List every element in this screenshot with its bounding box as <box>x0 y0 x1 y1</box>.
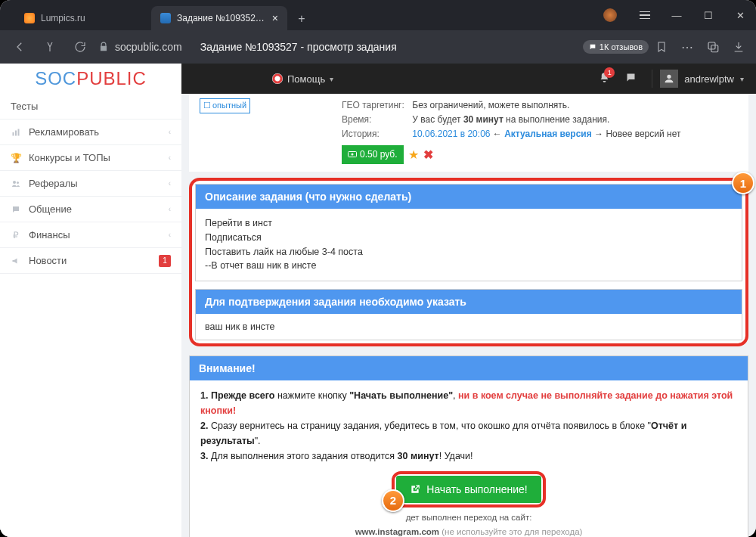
confirmation-header: Для подтверждения задания необходимо ука… <box>196 290 742 314</box>
attention-line-3: 3. Для выполнения этого задания отводитс… <box>200 449 737 464</box>
reviews-pill[interactable]: 1К отзывов <box>583 40 649 54</box>
attention-line-2: 2. Сразу вернитесь на страницу задания, … <box>200 418 737 449</box>
task-meta: ☐ опытный ГЕО таргетинг: Без ограничений… <box>189 94 748 172</box>
username: andrewlptw <box>684 73 734 85</box>
chevron-left-icon: ‹ <box>169 205 171 213</box>
svg-rect-2 <box>13 132 14 136</box>
attention-panel: Внимание! 1. Прежде всего нажмите кнопку… <box>189 355 748 537</box>
description-panel: Описание задания (что нужно сделать) Пер… <box>195 184 742 281</box>
site-logo[interactable]: SOCPUBLIC <box>0 64 181 94</box>
close-window-button[interactable]: ✕ <box>724 0 756 30</box>
svg-rect-4 <box>18 129 20 135</box>
sidebar-item-news[interactable]: Новости 1 <box>0 248 181 274</box>
reload-button[interactable] <box>65 35 95 59</box>
svg-rect-3 <box>15 130 17 135</box>
url-display[interactable]: socpublic.com <box>98 41 182 53</box>
callout-badge-2: 2 <box>382 489 404 512</box>
sidebar-item-chat[interactable]: Общение ‹ <box>0 197 181 222</box>
window-controls: ― ☐ ✕ <box>591 0 756 30</box>
redirect-note: дет выполнен переход на сайт: www.instag… <box>200 511 737 537</box>
chat-icon <box>625 72 637 83</box>
remove-icon[interactable]: ✖ <box>423 145 433 165</box>
browser-tab-active[interactable]: Задание №1093527 - пр × <box>151 6 287 30</box>
bookmark-button[interactable] <box>649 34 674 60</box>
lock-icon <box>98 42 109 52</box>
ruble-icon: ₽ <box>11 230 21 241</box>
chevron-left-icon: ‹ <box>169 128 171 136</box>
more-button[interactable]: ⋯ <box>674 34 700 60</box>
browser-tab-bar: Lumpics.ru Задание №1093527 - пр × + ― ☐… <box>0 0 756 30</box>
close-icon[interactable]: × <box>272 12 278 24</box>
chevron-left-icon: ‹ <box>169 179 171 188</box>
yandex-button[interactable] <box>35 35 65 59</box>
comment-icon <box>11 205 21 214</box>
confirmation-panel: Для подтверждения задания необходимо ука… <box>195 289 742 340</box>
stats-icon <box>11 128 21 137</box>
sidebar-item-referrals[interactable]: Рефералы ‹ <box>0 171 181 197</box>
price-tag: 0.50 руб. <box>342 145 404 164</box>
chevron-left-icon: ‹ <box>169 154 171 162</box>
browser-address-bar: socpublic.com Задание №1093527 - просмот… <box>0 30 756 64</box>
favicon-icon <box>160 13 171 23</box>
sidebar-item-contests[interactable]: 🏆 Конкурсы и ТОПы ‹ <box>0 145 181 171</box>
comment-icon <box>589 43 596 51</box>
tag-experienced[interactable]: ☐ опытный <box>200 98 250 113</box>
star-icon[interactable]: ★ <box>408 145 419 165</box>
tab-title: Задание №1093527 - пр <box>177 13 266 23</box>
users-icon <box>11 179 21 188</box>
sidebar-item-finance[interactable]: ₽ Финансы ‹ <box>0 222 181 248</box>
attention-line-1: 1. Прежде всего нажмите кнопку "Начать в… <box>200 388 737 418</box>
external-link-icon <box>410 484 420 495</box>
attention-header: Внимание! <box>190 356 748 380</box>
browser-tab-inactive[interactable]: Lumpics.ru <box>15 6 151 30</box>
trophy-icon: 🏆 <box>11 153 21 163</box>
downloads-button[interactable] <box>726 34 751 60</box>
site-header: SOCPUBLIC Помощь ▾ 1 andrewlptw ▾ <box>0 64 756 94</box>
back-button[interactable] <box>5 35 35 59</box>
chevron-left-icon: ‹ <box>169 231 171 239</box>
money-icon <box>348 151 357 158</box>
help-link[interactable]: Помощь ▾ <box>272 73 333 85</box>
callout-badge-1: 1 <box>732 172 754 194</box>
start-task-button[interactable]: Начать выполнение! <box>396 476 541 503</box>
sidebar-item-ads[interactable]: Рекламировать ‹ <box>0 120 181 145</box>
history-current-link[interactable]: Актуальная версия <box>504 129 592 139</box>
news-badge: 1 <box>159 255 171 267</box>
sidebar-item-tests[interactable]: Тесты <box>0 94 181 120</box>
description-header: Описание задания (что нужно сделать) <box>196 185 742 209</box>
page-title: Задание №1093527 - просмотр задания <box>200 41 397 53</box>
notification-badge: 1 <box>604 67 615 78</box>
notifications-button[interactable]: 1 <box>599 72 610 85</box>
minimize-button[interactable]: ― <box>661 0 692 30</box>
avatar-icon <box>660 70 678 88</box>
svg-point-8 <box>352 154 354 156</box>
tab-title: Lumpics.ru <box>41 13 142 23</box>
user-menu[interactable]: andrewlptw ▾ <box>652 70 751 88</box>
lifebuoy-icon <box>272 73 283 84</box>
favicon-icon <box>24 13 35 23</box>
messages-button[interactable] <box>625 72 637 85</box>
description-highlight: 1 Описание задания (что нужно сделать) П… <box>189 178 748 346</box>
chevron-down-icon: ▾ <box>330 75 333 83</box>
sidebar: Тесты Рекламировать ‹ 🏆 Конкурсы и ТОПы … <box>0 94 181 537</box>
main-content: ☐ опытный ГЕО таргетинг: Без ограничений… <box>181 94 756 537</box>
chevron-down-icon: ▾ <box>740 75 744 83</box>
url-host: socpublic.com <box>115 41 182 53</box>
profile-avatar-icon[interactable] <box>603 8 617 22</box>
menu-button[interactable] <box>629 0 661 30</box>
extensions-button[interactable] <box>700 34 726 60</box>
maximize-button[interactable]: ☐ <box>692 0 724 30</box>
svg-point-5 <box>13 181 16 184</box>
svg-point-6 <box>17 182 19 184</box>
history-date-link[interactable]: 10.06.2021 в 20:06 <box>412 129 490 139</box>
new-tab-button[interactable]: + <box>292 9 311 29</box>
megaphone-icon <box>11 256 21 265</box>
start-button-highlight: Начать выполнение! <box>392 471 545 508</box>
